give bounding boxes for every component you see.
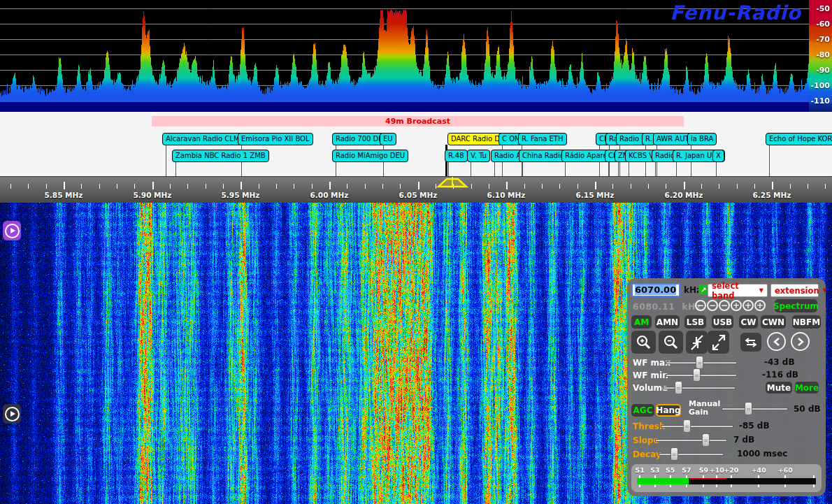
scale-tick: [648, 184, 649, 189]
s-meter-tick: [703, 475, 704, 478]
more-button[interactable]: More: [795, 382, 819, 394]
wf-max-slider[interactable]: [666, 356, 737, 370]
s-meter-tick: [670, 484, 671, 487]
manual-gain-value: 50 dB: [794, 404, 821, 414]
station-label[interactable]: Emisora Pio XII BOL: [238, 133, 313, 145]
zoom-step-minus-icon[interactable]: −: [707, 300, 718, 311]
zoom-step-minus-icon[interactable]: −: [719, 300, 730, 311]
scale-tick-label: 6.05 MHz: [399, 191, 438, 199]
scale-tick: [737, 184, 738, 189]
zoom-step-plus-icon[interactable]: +: [743, 300, 754, 311]
zoom-step-minus-icon[interactable]: −: [695, 300, 706, 311]
control-panel: 6070.00 kHz ↗ select band▼ extension▼ 60…: [627, 278, 826, 496]
scale-tick: [542, 184, 543, 189]
manual-gain-slider[interactable]: [722, 402, 788, 416]
scale-tick: [223, 184, 224, 189]
db-label: -50: [809, 4, 830, 13]
scale-tick: [754, 184, 755, 189]
passband-center-frequency: 6080.11 kHz: [633, 301, 701, 312]
frequency-scale[interactable]: 5.85 MHz5.90 MHz5.95 MHz6.00 MHz6.05 MHz…: [0, 176, 832, 204]
spectrum-section: Fenu-Radio -50-60-70-80-90-100-110: [0, 0, 832, 112]
s-meter-tick: [639, 484, 640, 487]
station-label[interactable]: R. Fana ETH: [518, 133, 567, 145]
s-meter-peak-line: [689, 478, 726, 480]
station-label[interactable]: Radio MiAmigo DEU: [332, 150, 408, 162]
station-label[interactable]: Echo of Hope KOR: [766, 133, 832, 145]
s-meter-tick: [758, 475, 759, 478]
s-meter-scale-label: +20: [724, 466, 738, 474]
mode-button-cw[interactable]: CW: [739, 315, 758, 329]
waterfall-record-button[interactable]: [3, 404, 21, 424]
mute-button[interactable]: Mute: [766, 382, 792, 394]
scale-tick: [64, 182, 65, 189]
scale-tick: [559, 184, 560, 189]
zoom-out-button[interactable]: [659, 331, 683, 354]
scale-tick: [524, 184, 525, 189]
scale-tick: [382, 184, 383, 189]
wf-min-slider[interactable]: [666, 368, 737, 382]
s-meter-tick: [716, 484, 717, 487]
station-marker-line: [618, 161, 619, 176]
scale-tick: [666, 184, 666, 189]
zoom-out-max-button[interactable]: [708, 331, 729, 354]
station-label[interactable]: Alcaravan Radio CLM: [162, 133, 243, 145]
volume-slider[interactable]: [663, 381, 736, 395]
step-down-button[interactable]: [767, 332, 786, 351]
scale-tick: [46, 184, 47, 189]
scale-tick: [772, 182, 773, 189]
scale-tick: [117, 184, 117, 189]
frequency-input[interactable]: 6070.00: [631, 283, 680, 297]
dx-label-band: 49m Broadcast Alcaravan Radio CLMEmisora…: [0, 112, 832, 176]
scale-tick: [329, 182, 331, 189]
station-label[interactable]: X: [712, 150, 724, 162]
wf-min-label: WF min: [633, 370, 668, 380]
s-meter-tick: [686, 475, 687, 478]
station-label[interactable]: R.48: [445, 150, 468, 162]
scale-tick: [808, 184, 808, 189]
extension-select-dropdown[interactable]: extension▼: [770, 284, 819, 297]
wf-min-value: -116 dB: [762, 370, 798, 380]
station-label[interactable]: ia BRA: [687, 133, 717, 145]
audio-record-button[interactable]: [3, 221, 21, 240]
thresh-slider[interactable]: [661, 419, 733, 433]
station-label[interactable]: Zambia NBC Radio 1 ZMB: [172, 150, 269, 162]
zoom-step-plus-icon[interactable]: +: [731, 300, 742, 311]
scale-tick: [134, 184, 135, 189]
slope-slider[interactable]: [655, 433, 727, 447]
dropdown-arrow-icon: ▼: [823, 287, 827, 294]
swap-frequency-button[interactable]: [740, 333, 761, 352]
band-select-dropdown[interactable]: select band▼: [708, 284, 768, 297]
scale-tick: [701, 184, 702, 189]
zoom-in-button[interactable]: [631, 331, 656, 354]
s-meter-tick: [639, 475, 640, 478]
s-meter-tick: [716, 475, 717, 478]
scale-tick-label: 6.15 MHz: [576, 191, 615, 199]
scale-tick: [489, 184, 489, 189]
s-meter-scale-label: S9: [699, 466, 708, 474]
db-label: -60: [809, 20, 830, 29]
scale-tick: [578, 184, 578, 189]
agc-button[interactable]: AGC: [631, 404, 654, 417]
zoom-step-plus-icon[interactable]: +: [754, 300, 766, 311]
mode-button-usb[interactable]: USB: [712, 315, 733, 329]
hang-button[interactable]: Hang: [656, 404, 681, 417]
spectrum-toggle-button[interactable]: Spectrum: [775, 299, 817, 312]
scale-tick: [28, 184, 29, 189]
decay-slider[interactable]: [659, 447, 724, 461]
s-meter-scale-label: S3: [650, 466, 659, 474]
scale-tick-label: 6.00 MHz: [310, 191, 349, 199]
mode-button-am[interactable]: AM: [631, 315, 652, 329]
scale-tick: [684, 182, 685, 189]
step-up-button[interactable]: [791, 332, 810, 351]
mode-button-cwn[interactable]: CWN: [761, 315, 786, 329]
mode-button-lsb[interactable]: LSB: [684, 315, 706, 329]
s-meter-tick: [784, 484, 786, 487]
station-label[interactable]: V. Tu: [467, 150, 490, 162]
passband-indicator[interactable]: [436, 177, 468, 189]
dropdown-arrow-icon: ▼: [759, 287, 763, 294]
station-label[interactable]: EU: [380, 133, 396, 145]
mode-button-amn[interactable]: AMN: [655, 315, 680, 329]
scale-tick: [81, 184, 82, 189]
mode-button-nbfm[interactable]: NBFM: [792, 315, 821, 329]
zoom-to-band-button[interactable]: [686, 331, 708, 354]
